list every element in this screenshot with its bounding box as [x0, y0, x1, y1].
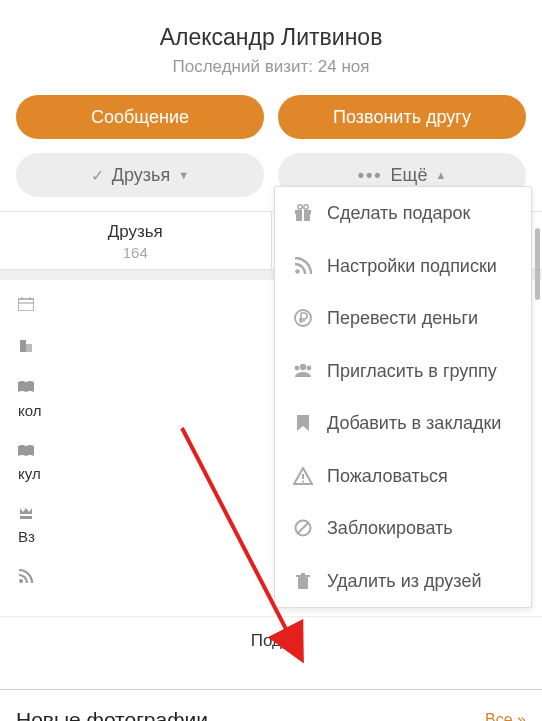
friends-dropdown-label: Друзья: [112, 165, 170, 186]
message-button-label: Сообщение: [91, 107, 189, 128]
triangle-down-icon: ▼: [178, 169, 189, 181]
check-icon: ✓: [91, 166, 104, 185]
svg-point-14: [300, 363, 306, 369]
menu-bookmark[interactable]: Добавить в закладки: [275, 397, 531, 450]
svg-rect-4: [20, 340, 26, 352]
triangle-up-icon: ▲: [435, 169, 446, 181]
details-link-label: Подр: [251, 631, 292, 650]
menu-invite-group[interactable]: Пригласить в группу: [275, 345, 531, 398]
menu-invite-group-label: Пригласить в группу: [327, 360, 497, 383]
more-dropdown-menu: Сделать подарок Настройки подписки Перев…: [274, 186, 532, 608]
call-friend-button[interactable]: Позвонить другу: [278, 95, 526, 139]
menu-complain-label: Пожаловаться: [327, 465, 448, 488]
menu-remove-friend[interactable]: Удалить из друзей: [275, 555, 531, 608]
user-name: Александр Литвинов: [0, 24, 542, 51]
svg-point-12: [295, 269, 299, 273]
bookmark-icon: [293, 414, 313, 432]
gift-icon: [293, 204, 313, 222]
warning-icon: [293, 467, 313, 485]
scrollbar-thumb[interactable]: [535, 228, 540, 300]
menu-transfer-money[interactable]: Перевести деньги: [275, 292, 531, 345]
menu-transfer-label: Перевести деньги: [327, 307, 478, 330]
friends-dropdown-button[interactable]: ✓ Друзья ▼: [16, 153, 264, 197]
trash-icon: [293, 572, 313, 590]
svg-rect-22: [296, 575, 310, 577]
svg-rect-23: [301, 573, 305, 575]
menu-gift[interactable]: Сделать подарок: [275, 187, 531, 240]
svg-point-10: [298, 205, 302, 209]
menu-subscription[interactable]: Настройки подписки: [275, 240, 531, 293]
message-button[interactable]: Сообщение: [16, 95, 264, 139]
details-link[interactable]: Подр: [0, 616, 542, 665]
rss-icon: [293, 257, 313, 275]
group-icon: [293, 362, 313, 378]
svg-point-18: [302, 480, 304, 482]
svg-point-11: [304, 205, 308, 209]
call-friend-button-label: Позвонить другу: [333, 107, 471, 128]
svg-rect-0: [18, 299, 34, 311]
menu-bookmark-label: Добавить в закладки: [327, 412, 501, 435]
menu-remove-friend-label: Удалить из друзей: [327, 570, 481, 593]
svg-point-16: [307, 365, 312, 370]
menu-block-label: Заблокировать: [327, 517, 453, 540]
menu-subscription-label: Настройки подписки: [327, 255, 497, 278]
menu-complain[interactable]: Пожаловаться: [275, 450, 531, 503]
svg-point-15: [295, 365, 300, 370]
more-dropdown-label: Ещё: [391, 165, 428, 186]
section-new-photos-title: Новые фотографии: [16, 708, 208, 721]
block-icon: [293, 519, 313, 537]
svg-line-20: [298, 523, 308, 533]
svg-point-6: [19, 579, 23, 583]
svg-rect-9: [302, 210, 304, 221]
dots-icon: •••: [358, 165, 383, 186]
tab-friends-label: Друзья: [0, 222, 271, 242]
tab-friends-count: 164: [0, 244, 271, 261]
menu-gift-label: Сделать подарок: [327, 202, 470, 225]
svg-rect-5: [26, 344, 32, 352]
ruble-icon: [293, 309, 313, 327]
svg-rect-21: [298, 577, 308, 589]
all-photos-link[interactable]: Все »: [485, 711, 526, 721]
tab-friends[interactable]: Друзья 164: [0, 212, 272, 269]
menu-block[interactable]: Заблокировать: [275, 502, 531, 555]
last-visit: Последний визит: 24 ноя: [0, 57, 542, 77]
